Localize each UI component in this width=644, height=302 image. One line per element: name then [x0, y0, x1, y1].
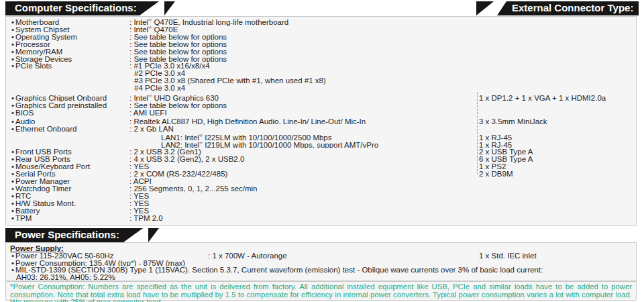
spec-label: Ethernet Onboard: [15, 125, 129, 133]
spec-label: Watchdog Timer: [15, 185, 129, 193]
spec-value: : Intel® Q470E: [129, 26, 479, 34]
spec-value: LAN2: Intel® I219LM with 10/100/1000 Mbp…: [129, 142, 479, 149]
spec-value: LAN1: Intel® I225LM with 10/100/1000/250…: [129, 134, 479, 142]
power-row: • Power 115-230VAC 50-60Hz : 1 x 700W - …: [6, 252, 636, 260]
mil-std-results: AH03: 26.31%, AH05: 5.22%: [16, 274, 636, 281]
bullet-icon: •: [10, 125, 15, 133]
bullet-icon: •: [10, 48, 15, 56]
spec-value: : 2 x COM (RS-232/422/485): [129, 170, 479, 178]
ribbon-accent-shape: [476, 1, 494, 15]
connector-value: [479, 26, 636, 34]
spec-value: : YES: [129, 193, 479, 200]
spec-value: #3 PCIe 3.0 x8 (Shared PCIe with #1, whe…: [129, 77, 479, 85]
spec-value: : 2 x USB 3.2 (Gen1): [129, 148, 479, 156]
spec-label: [15, 85, 129, 92]
spec-row: •Storage Devices: See table below for op…: [6, 56, 636, 63]
spec-value: : See table below for options: [129, 41, 479, 48]
bullet-icon: [10, 85, 15, 92]
spec-row: •Graphics Card preinstalled: See table b…: [6, 102, 636, 109]
spec-row: •Rear USB Ports: 4 x USB 3.2 (Gen2), 2 x…: [6, 156, 636, 163]
spec-row: •Battery: YES: [6, 207, 636, 215]
spec-row: •Power Manager: ACPI: [6, 178, 636, 185]
spec-row: •System Chipset: Intel® Q470E: [6, 26, 636, 34]
spec-row: •Memory/RAM: See table below for options: [6, 48, 636, 56]
spec-row: •Operating System: See table below for o…: [6, 34, 636, 41]
spec-row: •Ethernet Onboard: 2 x Gb LAN: [6, 125, 636, 133]
spec-row: #3 PCIe 3.0 x8 (Shared PCIe with #1, whe…: [6, 77, 636, 85]
spec-value: : #1 PCIe 3.0 x16/x8/x4: [129, 62, 479, 70]
spec-value: : TPM 2.0: [129, 215, 479, 222]
bullet-icon: [10, 77, 15, 85]
power-consumption-row: • Power Consumption: 135.4W (typ*) - 875…: [6, 260, 636, 267]
spec-value: #4 PCIe 3.0 x4: [129, 85, 479, 92]
connector-value: [479, 85, 636, 92]
connector-value: [479, 200, 636, 207]
spec-label: Memory/RAM: [15, 48, 129, 56]
spec-label: TPM: [15, 215, 129, 222]
spec-value: : ACPI: [129, 178, 479, 185]
connector-value: [479, 185, 636, 193]
spec-value: : Intel® Q470E, Industrial long-life mot…: [129, 19, 479, 26]
external-connector-header-ribbon: External Connector Type:: [474, 1, 639, 15]
bullet-icon: •: [10, 62, 15, 70]
spec-row: •Audio: Realtek ALC887 HD, High Definiti…: [6, 118, 636, 125]
spec-row: LAN1: Intel® I225LM with 10/100/1000/250…: [6, 134, 636, 142]
consumption-prefix: Power Consumption: 135.4W (typ: [15, 260, 131, 267]
spec-row: •H/W Status Mont.: YES: [6, 200, 636, 207]
spec-row: #2 PCIe 3.0 x4: [6, 70, 636, 77]
computer-specs-header-ribbon: Computer Specifications:: [5, 1, 180, 15]
spec-label: PCIe Slots: [15, 62, 129, 70]
bullet-icon: •: [10, 207, 15, 215]
connector-value: [479, 109, 636, 117]
connector-value: [479, 56, 636, 63]
spec-label: BIOS: [15, 109, 129, 117]
spec-value: : 256 Segments, 0, 1, 2...255 sec/min: [129, 185, 479, 193]
ribbon-accent-shape: [148, 228, 159, 242]
connector-value: [479, 125, 636, 133]
spec-row: •TPM: TPM 2.0: [6, 215, 636, 222]
spec-value: #2 PCIe 3.0 x4: [129, 70, 479, 77]
connector-value: 1 x DP1.2 + 1 x VGA + 1 x HDMI2.0a: [479, 95, 636, 102]
connector-value: [479, 34, 636, 41]
connector-value: [479, 19, 636, 26]
connector-value: [479, 102, 636, 109]
spec-rows-list: •Motherboard: Intel® Q470E, Industrial l…: [6, 19, 636, 221]
spec-value: : YES: [129, 163, 479, 170]
spec-row: •Motherboard: Intel® Q470E, Industrial l…: [6, 19, 636, 26]
spec-value: : Realtek ALC887 HD, High Definition Aud…: [129, 118, 479, 125]
power-value: : 1 x 700W - Autorange: [208, 252, 479, 260]
spec-row: •Mouse/Keyboard Port: YES1 x PS2: [6, 163, 636, 170]
spec-value: : YES: [129, 207, 479, 215]
spec-value: : See table below for options: [129, 48, 479, 56]
power-specs-header-ribbon: Power Specifications:: [5, 228, 180, 242]
spec-value: : YES: [129, 200, 479, 207]
spec-row: •PCIe Slots: #1 PCIe 3.0 x16/x8/x4: [6, 62, 636, 70]
spec-row: •BIOS: AMI UEFI: [6, 109, 636, 117]
power-consumption-footnote: *Power Consumption: Numbers are specifie…: [5, 281, 637, 301]
spec-value: : 2 x Gb LAN: [129, 125, 479, 133]
spec-row: •Watchdog Timer: 256 Segments, 0, 1, 2..…: [6, 185, 636, 193]
spec-row: •RTC: YES: [6, 193, 636, 200]
bullet-icon: •: [10, 109, 15, 117]
connector-column-dashed-divider: [477, 92, 478, 174]
spec-row: •Front USB Ports: 2 x USB 3.2 (Gen1)2 x …: [6, 148, 636, 156]
spec-value: : Intel® UHD Graphics 630: [129, 95, 479, 102]
power-label: Power 115-230VAC 50-60Hz: [15, 252, 208, 260]
connector-value: [479, 70, 636, 77]
power-specs-panel: Power Supply: • Power 115-230VAC 50-60Hz…: [5, 242, 637, 281]
consumption-suffix: ) - 875W (max): [133, 260, 185, 267]
connector-value: [479, 48, 636, 56]
power-consumption-text: Power Consumption: 135.4W (typ*) - 875W …: [15, 260, 636, 267]
spec-label: Processor: [15, 41, 129, 48]
spec-value: : See table below for options: [129, 56, 479, 63]
bullet-icon: [10, 70, 15, 77]
connector-value: 1 x Std. IEC inlet: [479, 252, 636, 260]
bullet-icon: •: [10, 41, 15, 48]
connector-value: [479, 178, 636, 185]
connector-value: [479, 207, 636, 215]
bullet-icon: [10, 134, 15, 142]
connector-value: [479, 77, 636, 85]
spec-label: [15, 77, 129, 85]
spec-value: : See table below for options: [129, 102, 479, 109]
bullet-icon: •: [10, 215, 15, 222]
